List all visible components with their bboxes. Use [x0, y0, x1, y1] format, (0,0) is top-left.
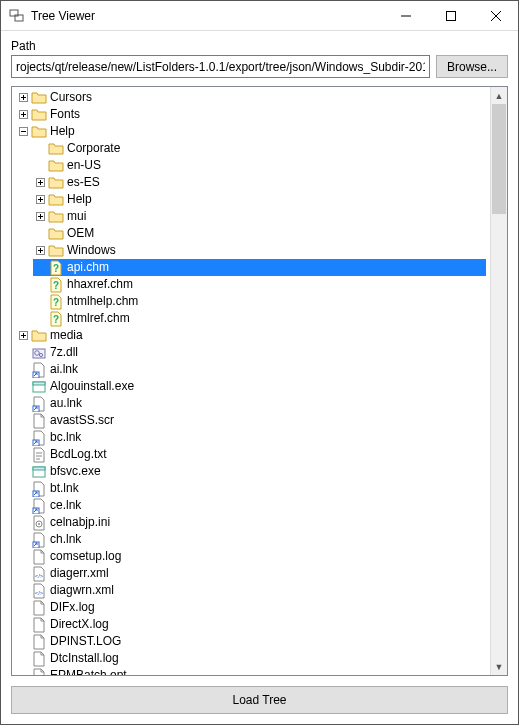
tree-row[interactable]: comsetup.log — [12, 548, 490, 565]
tree-item-label: htmlhelp.chm — [67, 293, 142, 310]
close-button[interactable] — [473, 1, 518, 31]
tree-row[interactable]: ch.lnk — [12, 531, 490, 548]
folder-icon — [48, 192, 64, 208]
tree-row[interactable]: bfsvc.exe — [12, 463, 490, 480]
chm-icon — [48, 311, 64, 327]
tree-row[interactable]: Help — [12, 123, 490, 140]
tree-item-label: hhaxref.chm — [67, 276, 137, 293]
tree-item-label: avastSS.scr — [50, 412, 118, 429]
tree-row[interactable]: diagwrn.xml — [12, 582, 490, 599]
browse-button[interactable]: Browse... — [436, 55, 508, 78]
tree-row[interactable]: BcdLog.txt — [12, 446, 490, 463]
minimize-button[interactable] — [383, 1, 428, 31]
scroll-up-arrow[interactable]: ▲ — [491, 87, 507, 104]
tree-item-label: comsetup.log — [50, 548, 125, 565]
folder-icon — [48, 226, 64, 242]
xml-icon — [31, 583, 47, 599]
scroll-thumb[interactable] — [492, 104, 506, 214]
footer: Load Tree — [1, 684, 518, 724]
tree-item-label: Cursors — [50, 89, 96, 106]
exe-icon — [31, 464, 47, 480]
vertical-scrollbar[interactable]: ▲ ▼ — [490, 87, 507, 675]
tree-row[interactable]: api.chm — [12, 259, 490, 276]
tree-row[interactable]: ai.lnk — [12, 361, 490, 378]
expand-icon[interactable] — [16, 89, 31, 106]
folder-icon — [48, 158, 64, 174]
tree-item-label: ce.lnk — [50, 497, 85, 514]
tree-view[interactable]: CursorsFontsHelpCorporateen-USes-ESHelpm… — [12, 87, 490, 675]
tree-item-label: mui — [67, 208, 90, 225]
expand-icon[interactable] — [16, 327, 31, 344]
txt-icon — [31, 447, 47, 463]
lnk-icon — [31, 481, 47, 497]
path-input[interactable] — [11, 55, 430, 78]
tree-row[interactable]: htmlref.chm — [12, 310, 490, 327]
expand-icon[interactable] — [33, 208, 48, 225]
tree-row[interactable]: mui — [12, 208, 490, 225]
collapse-icon[interactable] — [16, 123, 31, 140]
folder-icon — [31, 90, 47, 106]
file-icon — [31, 651, 47, 667]
ini-icon — [31, 515, 47, 531]
tree-row[interactable]: 7z.dll — [12, 344, 490, 361]
tree-item-label: htmlref.chm — [67, 310, 134, 327]
tree-row[interactable]: bt.lnk — [12, 480, 490, 497]
window-title: Tree Viewer — [31, 9, 383, 23]
maximize-button[interactable] — [428, 1, 473, 31]
tree-item-label: media — [50, 327, 87, 344]
tree-item-label: api.chm — [67, 259, 113, 276]
chm-icon — [48, 277, 64, 293]
tree-row[interactable]: DtcInstall.log — [12, 650, 490, 667]
tree-row[interactable]: media — [12, 327, 490, 344]
tree-item-label: bt.lnk — [50, 480, 83, 497]
tree-row[interactable]: OEM — [12, 225, 490, 242]
tree-row[interactable]: DPINST.LOG — [12, 633, 490, 650]
expand-icon[interactable] — [16, 106, 31, 123]
tree-item-label: Windows — [67, 242, 120, 259]
folder-icon — [48, 141, 64, 157]
tree-row[interactable]: Help — [12, 191, 490, 208]
tree-row[interactable]: Fonts — [12, 106, 490, 123]
tree-row[interactable]: DirectX.log — [12, 616, 490, 633]
file-icon — [31, 668, 47, 676]
expand-icon[interactable] — [33, 174, 48, 191]
tree-row[interactable]: Windows — [12, 242, 490, 259]
expand-icon[interactable] — [33, 242, 48, 259]
tree-item-label: ai.lnk — [50, 361, 82, 378]
lnk-icon — [31, 532, 47, 548]
exe-icon — [31, 379, 47, 395]
tree-item-label: ch.lnk — [50, 531, 85, 548]
tree-row[interactable]: bc.lnk — [12, 429, 490, 446]
folder-icon — [31, 124, 47, 140]
file-icon — [31, 600, 47, 616]
tree-row[interactable]: DIFx.log — [12, 599, 490, 616]
tree-row[interactable]: ce.lnk — [12, 497, 490, 514]
scroll-down-arrow[interactable]: ▼ — [491, 658, 507, 675]
folder-icon — [31, 107, 47, 123]
tree-row[interactable]: Algouinstall.exe — [12, 378, 490, 395]
tree-row[interactable]: diagerr.xml — [12, 565, 490, 582]
lnk-icon — [31, 498, 47, 514]
tree-item-label: DIFx.log — [50, 599, 99, 616]
tree-row[interactable]: hhaxref.chm — [12, 276, 490, 293]
tree-row[interactable]: avastSS.scr — [12, 412, 490, 429]
tree-item-label: BcdLog.txt — [50, 446, 111, 463]
load-tree-button[interactable]: Load Tree — [11, 686, 508, 714]
tree-row[interactable]: EPMBatch.ept — [12, 667, 490, 675]
tree-item-label: diagwrn.xml — [50, 582, 118, 599]
tree-row[interactable]: es-ES — [12, 174, 490, 191]
lnk-icon — [31, 396, 47, 412]
svg-rect-3 — [446, 11, 455, 20]
tree-item-label: EPMBatch.ept — [50, 667, 131, 675]
tree-row[interactable]: Cursors — [12, 89, 490, 106]
tree-item-label: diagerr.xml — [50, 565, 113, 582]
tree-row[interactable]: en-US — [12, 157, 490, 174]
tree-row[interactable]: celnabjp.ini — [12, 514, 490, 531]
titlebar: Tree Viewer — [1, 1, 518, 31]
lnk-icon — [31, 430, 47, 446]
file-icon — [31, 549, 47, 565]
tree-row[interactable]: Corporate — [12, 140, 490, 157]
tree-row[interactable]: htmlhelp.chm — [12, 293, 490, 310]
expand-icon[interactable] — [33, 191, 48, 208]
tree-row[interactable]: au.lnk — [12, 395, 490, 412]
